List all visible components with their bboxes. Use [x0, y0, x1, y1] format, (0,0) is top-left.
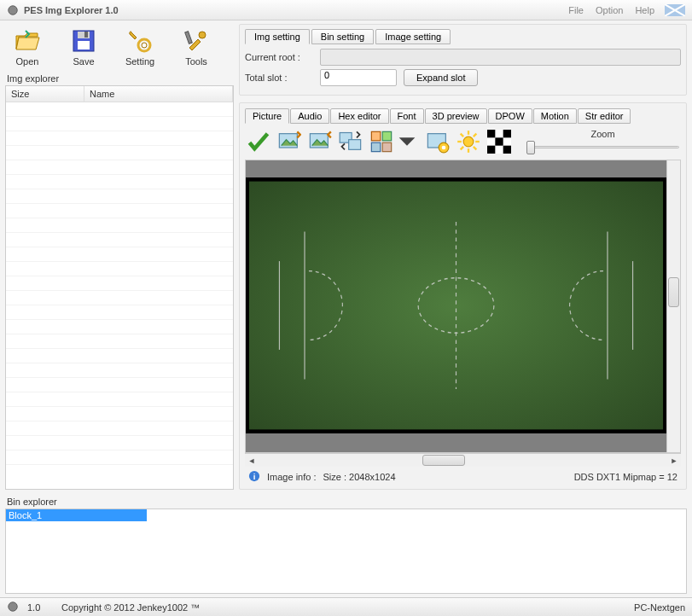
image-import-icon[interactable] [308, 130, 332, 154]
statusbar: 1.0 Copyright © 2012 Jenkey1002 ™ PC-Nex… [0, 597, 692, 616]
svg-rect-37 [249, 182, 663, 430]
vertical-scrollbar[interactable] [666, 160, 680, 452]
open-button[interactable]: Open [7, 27, 48, 67]
svg-rect-16 [371, 142, 381, 152]
total-slot-label: Total slot : [245, 73, 313, 83]
image-info-size: Size : 2048x1024 [323, 472, 395, 482]
tab-audio[interactable]: Audio [290, 108, 329, 124]
picture-toolbar: Zoom [245, 124, 681, 160]
image-info-bar: i Image info : Size : 2048x1024 DDS DXT1… [245, 467, 681, 484]
svg-point-21 [463, 137, 474, 147]
svg-point-8 [199, 32, 206, 38]
bin-explorer-list[interactable]: Block_1 [5, 508, 687, 594]
field-preview [246, 177, 666, 433]
tab-motion[interactable]: Motion [533, 108, 577, 124]
svg-rect-34 [487, 146, 495, 154]
editor-panel: Picture Audio Hex editor Font 3D preview… [239, 102, 687, 490]
scroll-right-icon[interactable]: ► [667, 456, 681, 465]
flag-icon [665, 4, 685, 16]
status-version: 1.0 [27, 602, 53, 613]
svg-line-29 [461, 147, 464, 150]
tools-button[interactable]: Tools [176, 27, 217, 67]
main-toolbar: Open Save Setting [5, 24, 234, 68]
sun-icon[interactable] [456, 130, 480, 154]
zoom-label: Zoom [590, 129, 614, 139]
svg-line-27 [474, 147, 477, 150]
status-icon [7, 601, 19, 614]
svg-rect-14 [371, 131, 381, 141]
dropdown-arrow-icon[interactable] [395, 130, 419, 154]
tab-str[interactable]: Str editor [578, 108, 631, 124]
zoom-slider[interactable] [526, 141, 679, 154]
bin-explorer-label: Bin explorer [7, 497, 687, 507]
current-root-label: Current root : [245, 52, 313, 62]
svg-point-7 [142, 43, 147, 48]
col-name[interactable]: Name [84, 86, 233, 102]
svg-rect-9 [185, 32, 193, 44]
menu-option[interactable]: Option [596, 5, 623, 15]
tab-picture[interactable]: Picture [245, 108, 289, 124]
image-gear-icon[interactable] [426, 130, 450, 154]
svg-rect-5 [84, 32, 88, 38]
svg-point-0 [9, 5, 18, 15]
menu-bar: File Option Help [568, 5, 654, 15]
setting-button[interactable]: Setting [119, 27, 160, 67]
image-info-format: DDS DXT1 Mipmap = 12 [574, 472, 677, 482]
tools-icon [183, 27, 210, 55]
svg-point-20 [442, 146, 446, 150]
svg-rect-13 [349, 140, 361, 150]
svg-rect-4 [78, 41, 90, 49]
svg-line-28 [474, 134, 477, 137]
tab-bin-setting[interactable]: Bin setting [311, 29, 374, 44]
image-export-icon[interactable] [277, 130, 301, 154]
tab-hex[interactable]: Hex editor [330, 108, 388, 124]
status-copyright: Copyright © 2012 Jenkey1002 ™ [61, 602, 625, 613]
svg-line-26 [461, 134, 464, 137]
status-platform: PC-Nextgen [634, 602, 685, 613]
svg-rect-17 [382, 142, 392, 152]
img-explorer-label: Img explorer [7, 73, 234, 84]
tab-image-setting[interactable]: Image setting [375, 29, 451, 44]
image-multi-swap-icon[interactable] [339, 130, 363, 154]
svg-point-46 [9, 601, 18, 611]
floppy-icon [70, 27, 97, 55]
total-slot-input[interactable]: 0 [320, 69, 397, 86]
checker-icon[interactable] [487, 130, 511, 154]
horizontal-scrollbar[interactable]: ◄ ► [245, 453, 681, 467]
menu-help[interactable]: Help [635, 5, 654, 15]
save-button[interactable]: Save [63, 27, 104, 67]
image-viewport[interactable] [245, 160, 681, 453]
svg-rect-31 [487, 130, 495, 137]
list-item[interactable]: Block_1 [6, 509, 147, 521]
svg-text:i: i [253, 472, 256, 481]
col-size[interactable]: Size [6, 86, 84, 102]
image-grid-icon[interactable] [369, 130, 393, 154]
svg-rect-35 [503, 146, 511, 154]
window-title: PES Img Explorer 1.0 [24, 5, 568, 15]
titlebar: PES Img Explorer 1.0 File Option Help [0, 0, 692, 20]
svg-rect-32 [503, 130, 511, 137]
tab-3d[interactable]: 3D preview [425, 108, 487, 124]
check-icon[interactable] [247, 130, 270, 154]
settings-panel: Img setting Bin setting Image setting Cu… [239, 24, 687, 96]
tab-img-setting[interactable]: Img setting [245, 29, 310, 44]
current-root-input[interactable] [320, 49, 681, 66]
svg-rect-33 [495, 137, 503, 145]
img-explorer-list[interactable]: Size Name [5, 85, 234, 490]
menu-file[interactable]: File [568, 5, 584, 15]
folder-open-icon [14, 27, 41, 55]
image-info-label: Image info : [267, 472, 316, 482]
info-icon: i [248, 470, 260, 484]
scroll-left-icon[interactable]: ◄ [245, 456, 259, 465]
tab-dpow[interactable]: DPOW [488, 108, 532, 124]
wrench-gear-icon [126, 27, 154, 55]
svg-rect-15 [382, 131, 392, 141]
app-icon [7, 4, 19, 16]
expand-slot-button[interactable]: Expand slot [404, 69, 478, 86]
